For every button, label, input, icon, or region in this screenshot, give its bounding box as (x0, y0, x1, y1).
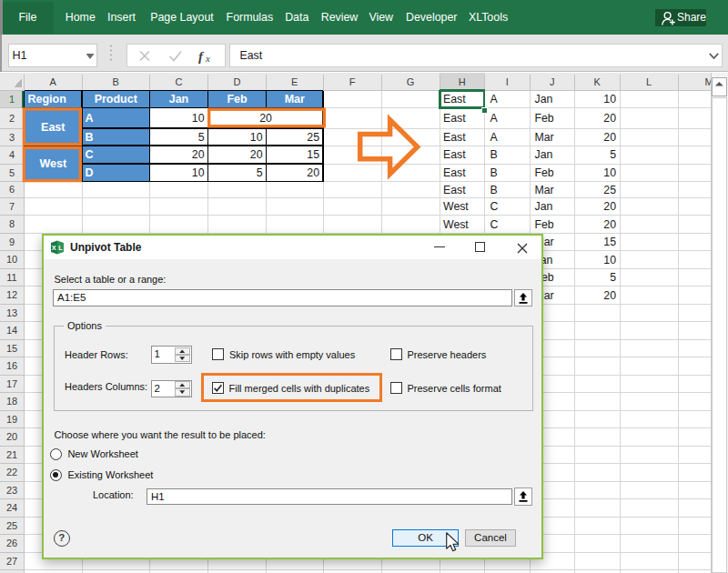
svg-text:25: 25 (603, 184, 616, 196)
svg-text:20: 20 (603, 200, 616, 213)
svg-text:C: C (490, 218, 499, 231)
svg-text:G: G (407, 76, 415, 87)
svg-text:10: 10 (250, 131, 263, 144)
svg-text:10: 10 (192, 112, 205, 125)
svg-text:20: 20 (603, 218, 616, 231)
svg-text:20: 20 (259, 112, 272, 125)
svg-text:West: West (39, 157, 66, 170)
svg-text:F: F (349, 76, 356, 87)
svg-text:Region: Region (28, 93, 66, 106)
svg-text:East: East (443, 112, 466, 125)
svg-text:H: H (459, 76, 466, 87)
svg-text:20: 20 (250, 148, 263, 161)
svg-text:25: 25 (307, 131, 319, 144)
svg-text:East: East (41, 121, 66, 134)
svg-text:D: D (86, 166, 94, 179)
svg-text:Mar: Mar (285, 93, 305, 106)
svg-text:Mar: Mar (535, 184, 554, 196)
svg-text:10: 10 (603, 166, 616, 179)
svg-text:20: 20 (603, 112, 616, 125)
svg-text:West: West (443, 218, 469, 231)
svg-text:12: 12 (6, 289, 17, 300)
svg-text:8: 8 (9, 218, 15, 229)
svg-text:E: E (291, 76, 298, 87)
svg-text:20: 20 (6, 431, 17, 442)
svg-text:x: x (205, 52, 210, 63)
svg-text:20: 20 (192, 148, 205, 161)
svg-text:B: B (86, 131, 94, 144)
svg-text:Feb: Feb (535, 218, 554, 231)
svg-text:15: 15 (603, 236, 616, 248)
svg-text:I: I (506, 76, 509, 87)
svg-text:20: 20 (307, 166, 319, 179)
svg-text:5: 5 (610, 271, 616, 284)
svg-text:C: C (86, 148, 94, 161)
svg-text:25: 25 (6, 520, 17, 531)
svg-text:C: C (490, 200, 499, 213)
svg-text:1: 1 (9, 94, 15, 105)
svg-text:L: L (58, 244, 63, 252)
svg-text:20: 20 (603, 131, 616, 144)
svg-text:Feb: Feb (535, 166, 554, 179)
svg-text:Feb: Feb (227, 93, 248, 106)
svg-text:27: 27 (6, 556, 17, 567)
svg-text:B: B (490, 184, 498, 196)
svg-text:14: 14 (6, 325, 17, 336)
svg-text:A: A (50, 76, 57, 87)
svg-text:10: 10 (603, 93, 616, 106)
svg-text:15: 15 (6, 343, 17, 354)
svg-text:7: 7 (9, 201, 15, 212)
svg-text:K: K (594, 76, 602, 87)
svg-text:9: 9 (9, 236, 15, 247)
svg-text:C: C (176, 76, 183, 87)
svg-text:21: 21 (6, 449, 17, 460)
svg-text:6: 6 (9, 184, 15, 195)
svg-text:East: East (443, 131, 466, 144)
svg-text:19: 19 (6, 414, 17, 425)
svg-text:Jan: Jan (535, 200, 553, 213)
svg-text:A: A (490, 131, 499, 144)
svg-text:X: X (52, 244, 56, 252)
svg-text:10: 10 (603, 254, 616, 266)
svg-text:5: 5 (610, 148, 616, 161)
svg-text:4: 4 (9, 149, 15, 160)
svg-text:Jan: Jan (535, 148, 553, 161)
svg-text:20: 20 (603, 289, 616, 302)
svg-text:22: 22 (6, 467, 17, 478)
svg-text:East: East (443, 93, 466, 106)
svg-text:17: 17 (6, 378, 17, 389)
svg-text:11: 11 (6, 272, 16, 283)
svg-text:18: 18 (6, 396, 17, 407)
svg-text:J: J (550, 76, 555, 87)
svg-text:L: L (646, 76, 652, 87)
svg-text:West: West (443, 200, 469, 213)
svg-text:16: 16 (6, 360, 17, 371)
svg-text:13: 13 (6, 307, 17, 318)
svg-text:Product: Product (95, 93, 138, 106)
svg-text:Jan: Jan (535, 93, 553, 106)
svg-text:15: 15 (307, 148, 319, 161)
svg-text:Feb: Feb (535, 112, 554, 125)
svg-text:10: 10 (6, 254, 17, 265)
svg-text:3: 3 (9, 132, 15, 143)
svg-text:A: A (86, 112, 94, 125)
svg-text:A: A (490, 112, 499, 125)
svg-text:5: 5 (257, 166, 263, 179)
svg-text:East: East (443, 148, 466, 161)
svg-text:A: A (490, 93, 499, 106)
svg-text:B: B (490, 148, 498, 161)
svg-text:23: 23 (6, 485, 17, 496)
svg-text:5: 5 (198, 131, 205, 144)
svg-text:5: 5 (9, 167, 15, 178)
svg-text:10: 10 (192, 166, 205, 179)
svg-text:B: B (113, 76, 119, 87)
svg-text:f: f (198, 49, 205, 64)
svg-text:Mar: Mar (535, 131, 554, 144)
svg-text:24: 24 (6, 502, 17, 513)
svg-text:26: 26 (6, 538, 17, 548)
svg-text:East: East (443, 166, 466, 179)
svg-text:2: 2 (9, 113, 15, 124)
svg-text:D: D (234, 76, 241, 87)
svg-text:B: B (490, 166, 498, 179)
svg-text:East: East (443, 184, 466, 196)
